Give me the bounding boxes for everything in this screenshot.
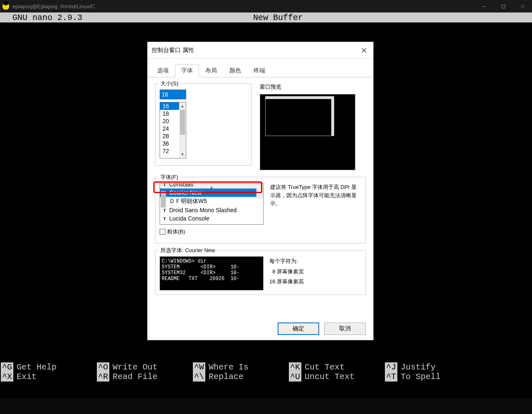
- tux-icon: [2, 3, 9, 10]
- size-label: 大小(S): [159, 80, 180, 87]
- font-option[interactable]: TＤＦ明朝体W5: [160, 197, 256, 206]
- size-group: 大小(S) 16 18 20 24 28 36 72 ▲: [155, 83, 251, 166]
- scroll-thumb[interactable]: [161, 191, 166, 208]
- tab-terminal[interactable]: 终端: [247, 64, 271, 77]
- shortcut-key: ^\: [193, 372, 205, 382]
- font-option-selected[interactable]: TCourier New: [160, 188, 256, 197]
- char-width-value: 8: [272, 268, 275, 275]
- shortcut-key: ^T: [385, 372, 397, 382]
- size-input[interactable]: [160, 89, 186, 99]
- nano-buffer-name: New Buffer: [82, 13, 532, 22]
- size-option[interactable]: 18: [160, 110, 180, 117]
- char-dimensions: 每个字符为: 8 屏幕像素宽 16 屏幕像素高: [269, 256, 304, 290]
- shortcut-key: ^U: [289, 372, 301, 382]
- shortcut-key: ^J: [385, 362, 397, 372]
- font-listbox[interactable]: TConsolas TCourier New TＤＦ明朝体W5 TDroid S…: [160, 183, 264, 225]
- shortcut-key: ^O: [97, 362, 109, 372]
- scroll-down-icon[interactable]: ▼: [179, 151, 186, 158]
- char-info-title: 每个字符为:: [269, 256, 304, 267]
- shortcut-label: Uncut Text: [305, 372, 355, 382]
- tab-options[interactable]: 选项: [151, 64, 175, 77]
- char-height-value: 16: [269, 278, 275, 285]
- shortcut-key: ^K: [289, 362, 301, 372]
- minimize-button[interactable]: [475, 0, 494, 12]
- shortcut-label: Where Is: [209, 362, 249, 372]
- font-hint-text: 建议将 TrueType 字体用于高 DPI 显示器，因为点阵字体可能无法清晰显…: [270, 183, 357, 225]
- bold-label: 粗体(B): [167, 228, 185, 236]
- shortcut-label: Get Help: [17, 362, 57, 372]
- window-title: epiapoq@Epiapoq: /mnt/d/Linux/C: [12, 3, 95, 10]
- truetype-icon: T: [162, 183, 167, 187]
- shortcut-key: ^X: [1, 372, 13, 382]
- size-option[interactable]: 72: [160, 147, 180, 155]
- shortcut-label: Write Out: [113, 362, 158, 372]
- tab-layout[interactable]: 布局: [199, 64, 223, 77]
- dialog-title: 控制台窗口 属性: [152, 47, 194, 54]
- size-option[interactable]: 16: [160, 102, 180, 110]
- size-listbox[interactable]: 16 18 20 24 28 36 72 ▲ ▼: [160, 102, 186, 159]
- preview-label: 窗口预览: [260, 83, 281, 91]
- nano-shortcuts: ^GGet Help ^OWrite Out ^WWhere Is ^KCut …: [0, 362, 532, 398]
- shortcut-key: ^W: [193, 362, 205, 372]
- maximize-button[interactable]: [494, 0, 513, 12]
- properties-dialog: 控制台窗口 属性 选项 字体 布局 颜色 终端 大小(S) 16 18 20 2…: [147, 42, 374, 340]
- sample-label: 所选字体: Courier New: [159, 247, 217, 254]
- window-titlebar: epiapoq@Epiapoq: /mnt/d/Linux/C: [0, 0, 532, 12]
- truetype-icon: T: [162, 208, 167, 213]
- size-scrollbar[interactable]: ▲ ▼: [179, 102, 186, 158]
- font-option[interactable]: TDroid Sans Mono Slashed: [160, 206, 256, 214]
- shortcut-label: Read File: [113, 372, 158, 382]
- nano-header: GNU nano 2.9.3 New Buffer: [0, 12, 532, 22]
- dialog-titlebar[interactable]: 控制台窗口 属性: [148, 42, 373, 59]
- preview-mini-window: [265, 96, 334, 136]
- shortcut-label: Justify: [401, 362, 436, 372]
- font-option[interactable]: TLucida Console: [160, 214, 256, 223]
- font-sample-terminal: C:\WINDOWS> dir SYSTEM <DIR> 10- SYSTEM3…: [160, 256, 264, 290]
- scroll-up-icon[interactable]: ▲: [179, 102, 186, 110]
- tab-font[interactable]: 字体: [175, 64, 199, 77]
- shortcut-key: ^R: [97, 372, 109, 382]
- cancel-button[interactable]: 取消: [324, 322, 366, 335]
- sample-group: 所选字体: Courier New C:\WINDOWS> dir SYSTEM…: [155, 250, 366, 295]
- dialog-close-button[interactable]: [355, 42, 373, 59]
- dialog-tabs: 选项 字体 布局 颜色 终端: [148, 64, 373, 77]
- size-option[interactable]: 28: [160, 132, 180, 140]
- shortcut-label: To Spell: [401, 372, 441, 382]
- shortcut-label: Cut Text: [305, 362, 345, 372]
- window-preview: [260, 94, 355, 170]
- ok-button[interactable]: 确定: [278, 322, 319, 335]
- size-option[interactable]: 36: [160, 140, 180, 147]
- shortcut-label: Exit: [17, 372, 37, 382]
- size-option[interactable]: 20: [160, 117, 180, 125]
- scroll-thumb[interactable]: [180, 110, 185, 135]
- truetype-icon: T: [162, 216, 167, 221]
- font-option[interactable]: TConsolas: [160, 183, 256, 188]
- font-group: 字体(F) TConsolas TCourier New TＤＦ明朝体W5 TD…: [155, 177, 366, 243]
- shortcut-label: Replace: [209, 372, 244, 382]
- font-label: 字体(F): [159, 174, 180, 181]
- nano-version: GNU nano 2.9.3: [0, 13, 82, 22]
- shortcut-key: ^G: [1, 362, 13, 372]
- svg-rect-1: [502, 5, 505, 8]
- tab-colors[interactable]: 颜色: [223, 64, 247, 77]
- close-button[interactable]: [513, 0, 532, 12]
- size-option[interactable]: 24: [160, 125, 180, 132]
- bold-checkbox[interactable]: [160, 229, 165, 235]
